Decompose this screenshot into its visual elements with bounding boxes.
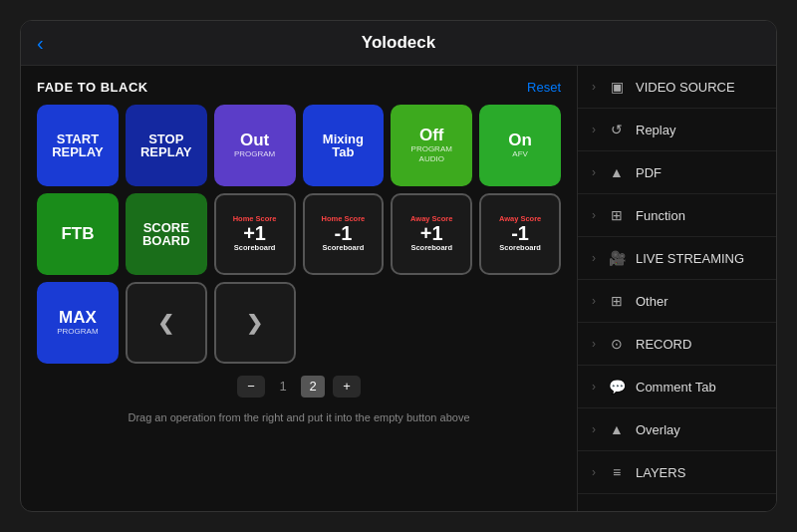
overlay-icon: ▲ — [608, 420, 626, 438]
drag-hint: Drag an operation from the right and put… — [37, 411, 561, 423]
home-score-minus1-button[interactable]: Home Score -1 Scoreboard — [303, 193, 385, 275]
off-program-audio-button[interactable]: Off PROGRAM AUDIO — [391, 105, 472, 186]
pdf-icon: ▲ — [608, 163, 626, 181]
back-button[interactable]: ‹ — [37, 32, 44, 55]
video-source-icon: ▣ — [608, 78, 626, 96]
sidebar-item-overlay[interactable]: › ▲ Overlay — [578, 408, 776, 451]
away-score-minus1-button[interactable]: Away Score -1 Scoreboard — [479, 193, 561, 275]
header: ‹ Yolodeck — [21, 21, 776, 66]
sidebar-item-label: SCOREBOARD — [636, 508, 762, 512]
sidebar-item-label: LIVE STREAMING — [636, 251, 762, 266]
chevron-icon: › — [592, 294, 596, 308]
sidebar-item-label: Function — [636, 208, 762, 223]
page-1[interactable]: 1 — [273, 379, 293, 394]
sidebar-item-record[interactable]: › ⊙ RECORD — [578, 323, 776, 366]
page-title: Yolodeck — [362, 33, 435, 53]
reset-button[interactable]: Reset — [527, 80, 561, 95]
buttons-grid: START REPLAY STOP REPLAY Out PROGRAM Mix… — [37, 105, 561, 364]
sidebar-item-layers[interactable]: › ≡ LAYERS — [578, 451, 776, 494]
sidebar-item-comment-tab[interactable]: › 💬 Comment Tab — [578, 366, 776, 408]
away-score-plus1-button[interactable]: Away Score +1 Scoreboard — [391, 193, 472, 275]
sidebar-item-label: Overlay — [636, 422, 762, 437]
page-minus-button[interactable]: − — [237, 376, 265, 398]
chevron-icon: › — [592, 337, 596, 351]
sidebar-item-function[interactable]: › ⊞ Function — [578, 194, 776, 237]
right-panel: › ▣ VIDEO SOURCE › ↺ Replay › ▲ PDF › ⊞ … — [577, 66, 776, 511]
max-program-button[interactable]: MAX PROGRAM — [37, 282, 119, 364]
layers-icon: ≡ — [608, 463, 626, 481]
function-icon: ⊞ — [608, 206, 626, 224]
chevron-icon: › — [592, 80, 596, 94]
arrow-left-button[interactable]: ❮ — [126, 282, 207, 364]
panel-header: FADE TO BLACK Reset — [37, 80, 561, 95]
chevron-icon: › — [592, 508, 596, 511]
ftb-button[interactable]: FTB — [37, 193, 119, 275]
empty-slot — [303, 282, 385, 364]
chevron-icon: › — [592, 251, 596, 265]
left-panel: FADE TO BLACK Reset START REPLAY STOP RE… — [21, 66, 577, 511]
page-plus-button[interactable]: + — [333, 376, 361, 398]
on-afv-button[interactable]: On AFV — [479, 105, 561, 186]
start-replay-button[interactable]: START REPLAY — [37, 105, 119, 186]
record-icon: ⊙ — [608, 335, 626, 353]
pagination: − 1 2 + — [37, 376, 561, 398]
sidebar-item-pdf[interactable]: › ▲ PDF — [578, 151, 776, 194]
chevron-icon: › — [592, 422, 596, 436]
chevron-icon: › — [592, 165, 596, 179]
mixing-tab-button[interactable]: Mixing Tab — [303, 105, 385, 186]
home-score-plus1-button[interactable]: Home Score +1 Scoreboard — [214, 193, 296, 275]
sidebar-item-label: RECORD — [636, 337, 762, 352]
sidebar-item-label: Replay — [636, 123, 762, 137]
chevron-icon: › — [592, 208, 596, 222]
scoreboard-button[interactable]: SCORE BOARD — [126, 193, 207, 275]
sidebar-item-label: Comment Tab — [636, 380, 762, 395]
chevron-icon: › — [592, 123, 596, 136]
fade-label: FADE TO BLACK — [37, 80, 148, 95]
sidebar-item-video-source[interactable]: › ▣ VIDEO SOURCE — [578, 66, 776, 109]
sidebar-item-label: VIDEO SOURCE — [636, 80, 762, 95]
stop-replay-button[interactable]: STOP REPLAY — [126, 105, 207, 186]
sidebar-item-label: PDF — [636, 165, 762, 180]
sidebar-item-other[interactable]: › ⊞ Other — [578, 280, 776, 323]
chevron-icon: › — [592, 380, 596, 394]
scoreboard-icon: ▣ — [608, 506, 626, 511]
other-icon: ⊞ — [608, 292, 626, 310]
comment-tab-icon: 💬 — [608, 378, 626, 396]
page-2[interactable]: 2 — [301, 376, 325, 398]
device-frame: ‹ Yolodeck FADE TO BLACK Reset START REP… — [20, 20, 777, 512]
sidebar-item-replay[interactable]: › ↺ Replay — [578, 109, 776, 151]
main-content: FADE TO BLACK Reset START REPLAY STOP RE… — [21, 66, 776, 511]
out-program-button[interactable]: Out PROGRAM — [214, 105, 296, 186]
live-streaming-icon: 🎥 — [608, 249, 626, 267]
sidebar-item-scoreboard[interactable]: › ▣ SCOREBOARD — [578, 494, 776, 511]
sidebar-item-label: LAYERS — [636, 465, 762, 480]
chevron-icon: › — [592, 465, 596, 479]
sidebar-item-live-streaming[interactable]: › 🎥 LIVE STREAMING — [578, 237, 776, 280]
arrow-right-button[interactable]: ❯ — [214, 282, 296, 364]
sidebar-item-label: Other — [636, 294, 762, 309]
replay-icon: ↺ — [608, 121, 626, 138]
